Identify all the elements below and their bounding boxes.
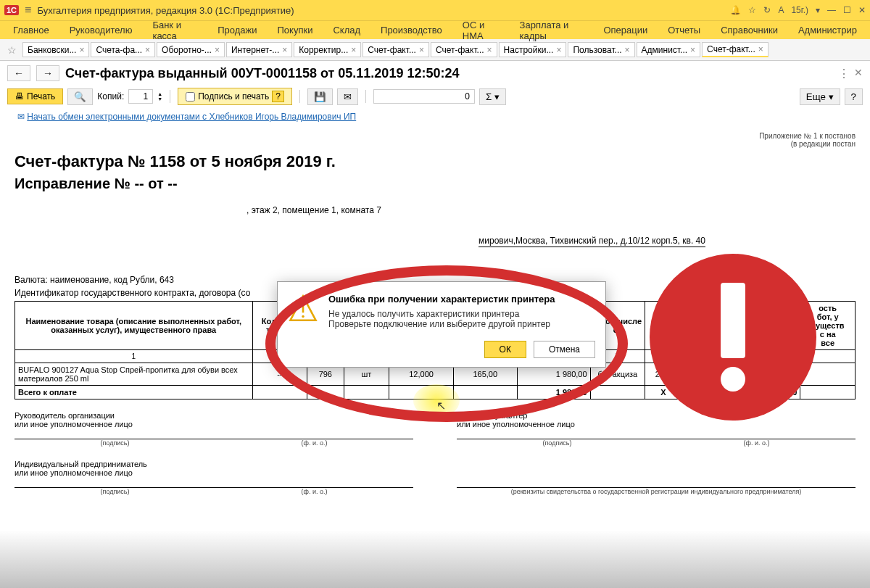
menubar: ГлавноеРуководителюБанк и кассаПродажиПо… [0,20,870,39]
menu-item[interactable]: Покупки [268,25,323,36]
tab[interactable]: Счет-факт...× [362,42,429,57]
tabstrip: ☆ Банковски...×Счета-фа...×Оборотно-...×… [0,39,870,61]
sign-print-checkbox[interactable] [186,92,195,102]
menu-item[interactable]: Зарплата и кадры [510,20,594,41]
dialog-line2: Проверьте подключение или выберите друго… [328,319,555,329]
help-inline-icon[interactable]: ? [272,91,284,102]
menu-item[interactable]: Продажи [207,25,267,36]
tab-close-icon[interactable]: × [79,45,84,55]
tab[interactable]: Интернет-...× [226,42,292,57]
hint-text: 15г.) [791,5,808,15]
history-icon[interactable]: ↻ [763,5,771,15]
star-icon[interactable]: ☆ [748,5,756,15]
menu-item[interactable]: Операции [593,25,658,36]
print-button[interactable]: 🖶 Печать [7,88,63,104]
tab[interactable]: Банковски...× [22,42,89,57]
menu-item[interactable]: Руководителю [59,25,143,36]
sign-print-toggle[interactable]: Подпись и печать ? [178,88,292,105]
mail-small-icon: ✉ [17,112,27,122]
titlebar: 1С ≡ Бухгалтерия предприятия, редакция 3… [0,0,870,20]
printer-icon: 🖶 [15,91,24,102]
spinner-down[interactable]: ▼ [157,96,162,102]
sigma-input[interactable] [373,89,475,104]
save-icon: 💾 [314,91,326,102]
help-button[interactable]: ? [845,88,863,105]
send-button[interactable]: ✉ [337,88,358,105]
exclamation-icon [721,283,745,392]
correction-title: Исправление № -- от -- [14,175,856,192]
maximize-icon[interactable]: ☐ [843,5,851,15]
tab-close-icon[interactable]: × [215,45,220,55]
navbar: ← → Счет-фактура выданный 00УТ-0001158 о… [0,61,870,86]
sigma-button[interactable]: Σ ▾ [479,88,506,105]
cursor-icon: ↖ [436,399,446,413]
tab[interactable]: Счет-факт...× [431,42,497,57]
app-logo: 1С [4,5,19,15]
warning-icon [288,294,318,329]
tab-close-icon[interactable]: × [351,45,356,55]
preview-button[interactable]: 🔍 [67,88,93,105]
more-button[interactable]: Еще ▾ [800,88,840,105]
address-line-1: , этаж 2, помещение 1, комната 7 [246,205,856,215]
tab-close-icon[interactable]: × [556,45,561,55]
tab[interactable]: Счет-факт...× [702,42,768,57]
signatures: Руководитель организации или иное уполно… [14,411,856,495]
address-line-2: мирович,Москва, Тихвинский пер., д.10/12… [478,236,705,247]
menu-item[interactable]: Отчеты [658,25,710,36]
dialog-line1: Не удалось получить характеристики принт… [328,309,555,319]
menu-item[interactable]: Склад [323,25,370,36]
tab-close-icon[interactable]: × [145,45,150,55]
edo-link[interactable]: Начать обмен электронными документами с … [27,112,356,122]
app-title: Бухгалтерия предприятия, редакция 3.0 (1… [37,5,724,16]
page-title: Счет-фактура выданный 00УТ-0001158 от 05… [65,66,459,81]
preview-icon: 🔍 [74,91,86,102]
tab[interactable]: Пользоват...× [568,42,634,57]
back-button[interactable]: ← [7,65,30,81]
close-page-icon[interactable]: ✕ [854,67,863,80]
col-number: 1 [15,350,253,363]
menu-item[interactable]: Справочники [710,25,788,36]
save-button[interactable]: 💾 [307,88,333,105]
annex-text: Приложение № 1 к постанов (в редакции по… [14,132,856,148]
spinner-up[interactable]: ▲ [157,91,162,96]
kebab-icon[interactable]: ⋮ [838,67,850,80]
tab-close-icon[interactable]: × [690,45,695,55]
annotation-badge [650,254,816,421]
col-name: Наименование товара (описание выполненны… [15,302,253,350]
user-icon[interactable]: А [778,5,784,15]
tab[interactable]: Корректир...× [294,42,361,57]
tab[interactable]: Настройки...× [499,42,567,57]
copies-input[interactable] [128,89,153,104]
cancel-button[interactable]: Отмена [534,341,595,358]
ok-button[interactable]: ОК [484,341,526,358]
error-dialog: Ошибка при получении характеристик принт… [277,281,606,368]
forward-button[interactable]: → [36,65,59,81]
copies-label: Копий: [97,91,124,102]
invoice-title: Счет-фактура № 1158 от 5 ноября 2019 г. [14,152,856,171]
edo-link-row: ✉ Начать обмен электронными документами … [0,107,870,126]
favorites-icon[interactable]: ☆ [3,44,21,56]
dialog-title: Ошибка при получении характеристик принт… [328,294,555,305]
tab-close-icon[interactable]: × [487,45,492,55]
toolbar: 🖶 Печать 🔍 Копий: ▲ ▼ Подпись и печать ?… [0,86,870,107]
shadow-overlay [0,530,870,588]
tab-close-icon[interactable]: × [625,45,630,55]
tab[interactable]: Админист...× [637,42,700,57]
hamburger-icon[interactable]: ≡ [25,4,31,17]
tab-close-icon[interactable]: × [419,45,424,55]
menu-item[interactable]: Администрир [788,25,867,36]
menu-item[interactable]: Главное [3,25,59,36]
close-icon[interactable]: ✕ [858,5,866,15]
menu-item[interactable]: Банк и касса [142,20,207,41]
tab[interactable]: Счета-фа...× [91,42,155,57]
mail-icon: ✉ [344,91,352,102]
menu-item[interactable]: ОС и НМА [452,20,510,41]
dropdown-icon[interactable]: ▾ [816,5,820,15]
tab[interactable]: Оборотно-...× [157,42,225,57]
minimize-icon[interactable]: — [827,5,836,15]
menu-item[interactable]: Производство [370,25,452,36]
tab-close-icon[interactable]: × [282,45,287,55]
svg-point-1 [302,315,304,318]
tab-close-icon[interactable]: × [758,44,763,54]
bell-icon[interactable]: 🔔 [730,5,741,15]
